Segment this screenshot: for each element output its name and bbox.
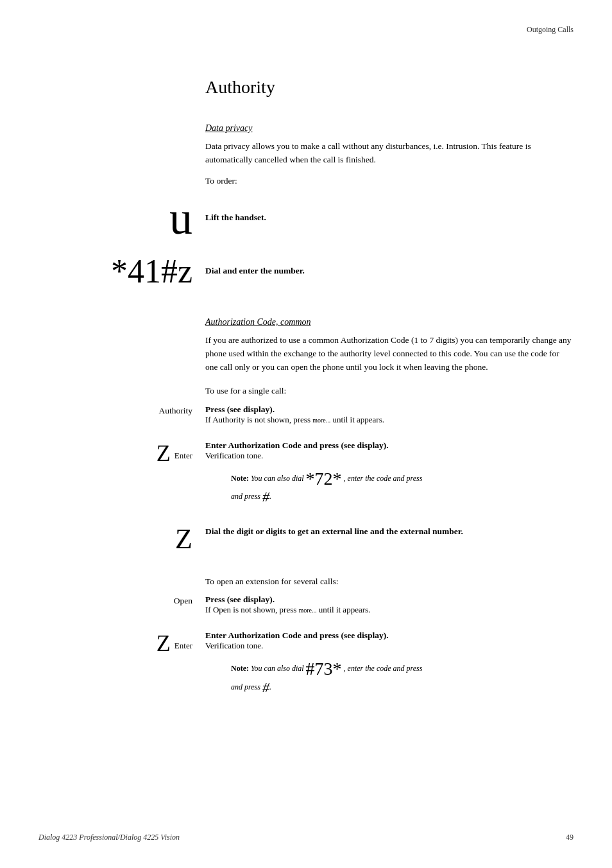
- note1-code: *72*: [306, 469, 342, 489]
- note2-rest: , enter the code and press: [344, 664, 423, 673]
- z-label-2: Z: [51, 524, 192, 553]
- to-single-call: To use for a single call:: [205, 385, 574, 398]
- note1-rest: , enter the code and press: [344, 473, 423, 482]
- symbol-u: u: [51, 195, 192, 241]
- enter-text-2: Enter: [174, 636, 192, 651]
- subsection-data-privacy: Data privacy Data privacy allows you to …: [205, 123, 574, 294]
- step-z-dial-external: Z Dial the digit or digits to get an ext…: [205, 524, 574, 562]
- z-inner-2: Z: [51, 525, 192, 553]
- data-privacy-para1: Data privacy allows you to make a call w…: [205, 140, 574, 167]
- step-lift-handset: u Lift the handset.: [205, 193, 574, 244]
- open-press-bold: Press (see display).: [205, 595, 275, 604]
- step2-text: Dial and enter the number.: [205, 265, 305, 277]
- step-open-press: Open Press (see display). If Open is not…: [205, 595, 574, 620]
- u-icon: u: [169, 193, 192, 244]
- note-box-2: Note: You can also dial #73* , enter the…: [231, 659, 574, 696]
- note1-press-hash: and press #.: [231, 492, 271, 501]
- header-title: Outgoing Calls: [527, 25, 574, 34]
- open-not-shown: If Open is not shown, press more... unti…: [205, 605, 370, 614]
- code-icon: *41#z: [111, 253, 192, 290]
- note2-code: #73*: [306, 659, 342, 679]
- authority-label-text: Authority: [159, 406, 193, 415]
- authority-press-bold: Press (see display).: [205, 404, 275, 414]
- step-dial-number: *41#z Dial and enter the number.: [205, 249, 574, 294]
- main-content: Authority Data privacy Data privacy allo…: [205, 0, 574, 704]
- note2-press-hash: and press #.: [231, 682, 271, 691]
- open-label: Open: [51, 595, 192, 606]
- z-enter-inner-2: Z Enter: [51, 632, 192, 655]
- step-z-enter-auth-2: Z Enter Enter Authorization Code and pre…: [205, 630, 574, 704]
- step1-text: Lift the handset.: [205, 212, 266, 224]
- to-open-extension: To open an extension for several calls:: [205, 575, 574, 589]
- hash-icon-1: #: [262, 489, 269, 505]
- more-text-2: more...: [299, 607, 317, 614]
- authority-step-content: Press (see display). If Authority is not…: [205, 404, 574, 425]
- note-label-2: Note:: [231, 664, 249, 673]
- z-enter-content-2: Enter Authorization Code and press (see …: [205, 630, 574, 704]
- z-letter-2: Z: [175, 525, 192, 553]
- page-number: 49: [566, 833, 574, 842]
- enter-auth-bold-2: Enter Authorization Code and press (see …: [205, 630, 389, 640]
- auth-code-title: Authorization Code, common: [205, 317, 574, 327]
- z-dial-content: Dial the digit or digits to get an exter…: [205, 524, 574, 537]
- enter-auth-bold-1: Enter Authorization Code and press (see …: [205, 440, 389, 450]
- dial-external-bold: Dial the digit or digits to get an exter…: [205, 526, 463, 536]
- to-order-label: To order:: [205, 176, 574, 186]
- open-label-text: Open: [174, 596, 192, 605]
- note-label-1: Note:: [231, 473, 249, 482]
- verification-tone-2: Verification tone.: [205, 641, 263, 650]
- enter-text-1: Enter: [174, 446, 192, 461]
- z-enter-label-1: Z Enter: [51, 440, 192, 465]
- footer-product: Dialog 4223 Professional/Dialog 4225 Vis…: [38, 833, 180, 842]
- subsection-auth-code: Authorization Code, common If you are au…: [205, 317, 574, 704]
- more-text-1: more...: [312, 417, 330, 424]
- z-enter-label-2: Z Enter: [51, 630, 192, 655]
- hash-icon-2: #: [262, 679, 269, 695]
- symbol-code: *41#z: [51, 255, 192, 288]
- step-z-enter-auth: Z Enter Enter Authorization Code and pre…: [205, 440, 574, 514]
- z-enter-inner-1: Z Enter: [51, 442, 192, 465]
- z-letter-3: Z: [157, 632, 171, 655]
- authority-label: Authority: [51, 404, 192, 416]
- verification-tone-1: Verification tone.: [205, 451, 263, 460]
- note-box-1: Note: You can also dial *72* , enter the…: [231, 469, 574, 506]
- open-step-content: Press (see display). If Open is not show…: [205, 595, 574, 615]
- page-header: Outgoing Calls: [527, 25, 574, 35]
- authority-not-shown: If Authority is not shown, press more...…: [205, 415, 384, 424]
- z-letter-1: Z: [157, 442, 171, 465]
- auth-code-para1: If you are authorized to use a common Au…: [205, 334, 574, 374]
- z-enter-content-1: Enter Authorization Code and press (see …: [205, 440, 574, 514]
- step-authority-press: Authority Press (see display). If Author…: [205, 404, 574, 430]
- note1-italic: You can also dial: [251, 473, 304, 482]
- section-title: Authority: [205, 77, 574, 98]
- note2-italic: You can also dial: [251, 664, 304, 673]
- data-privacy-title: Data privacy: [205, 123, 574, 134]
